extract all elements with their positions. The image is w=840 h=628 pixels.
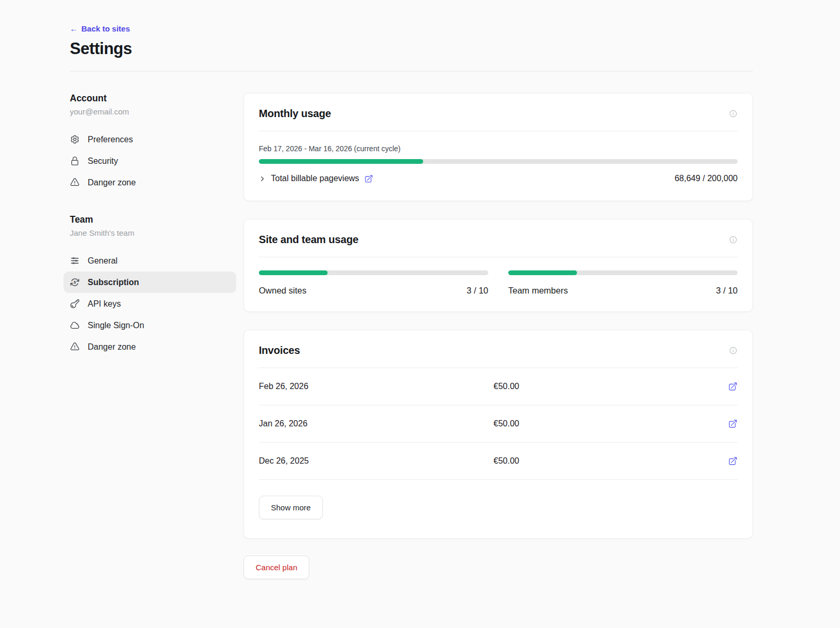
sidebar-item-danger-zone[interactable]: Danger zone bbox=[64, 336, 236, 358]
invoice-date: Dec 26, 2025 bbox=[259, 456, 494, 466]
header-divider bbox=[70, 71, 753, 71]
sidebar-item-label: Security bbox=[88, 156, 118, 166]
sidebar-item-api-keys[interactable]: API keys bbox=[64, 293, 236, 315]
settings-page: ← Back to sites Settings Account your@em… bbox=[70, 0, 753, 600]
sidebar-item-subscription[interactable]: $Subscription bbox=[64, 271, 236, 293]
meter-label: Owned sites bbox=[259, 286, 307, 296]
invoice-row: Dec 26, 2025€50.00 bbox=[259, 443, 738, 480]
back-link-label: Back to sites bbox=[81, 24, 130, 33]
invoice-external-link-icon[interactable] bbox=[728, 419, 738, 428]
site-team-usage-card: Site and team usage bbox=[244, 219, 753, 312]
warning-triangle-icon bbox=[70, 342, 80, 352]
external-link-icon[interactable] bbox=[364, 174, 373, 183]
billing-cycle-text: Feb 17, 2026 - Mar 16, 2026 (current cyc… bbox=[259, 144, 738, 153]
show-more-button[interactable]: Show more bbox=[259, 496, 323, 519]
invoice-row: Feb 26, 2026€50.00 bbox=[259, 368, 738, 405]
info-icon[interactable] bbox=[729, 109, 738, 118]
recurring-payment-icon: $ bbox=[70, 277, 80, 287]
svg-text:$: $ bbox=[74, 280, 76, 285]
metric-label: Total billable pageviews bbox=[271, 174, 359, 183]
meter-label: Team members bbox=[508, 286, 568, 296]
team-members-progress-bar bbox=[508, 270, 738, 275]
settings-sidebar: Account your@email.com PreferencesSecuri… bbox=[70, 93, 230, 600]
invoice-row: Jan 26, 2026€50.00 bbox=[259, 405, 738, 443]
invoice-external-link-icon[interactable] bbox=[728, 382, 738, 391]
team-name: Jane Smith's team bbox=[70, 228, 230, 237]
sidebar-item-label: Danger zone bbox=[88, 342, 136, 352]
invoices-card: Invoices Feb 26, 2026€50.00Jan 26, 2026€… bbox=[244, 330, 753, 539]
settings-main: Monthly usage Feb 17, 2026 - Mar 16, 202… bbox=[244, 93, 753, 600]
team-members-meter: Team members 3 / 10 bbox=[508, 270, 738, 296]
sidebar-item-label: Single Sign-On bbox=[88, 321, 144, 330]
gear-icon bbox=[70, 134, 80, 144]
sidebar-item-general[interactable]: General bbox=[64, 250, 236, 271]
sidebar-item-danger-zone[interactable]: Danger zone bbox=[64, 172, 236, 193]
invoice-amount: €50.00 bbox=[494, 419, 728, 428]
key-icon bbox=[70, 299, 80, 309]
card-title: Monthly usage bbox=[259, 108, 331, 120]
sidebar-section-team: Team Jane Smith's team General$Subscript… bbox=[70, 214, 230, 358]
invoice-external-link-icon[interactable] bbox=[728, 456, 738, 466]
card-title: Site and team usage bbox=[259, 234, 359, 246]
section-title: Team bbox=[70, 214, 230, 225]
section-title: Account bbox=[70, 93, 230, 104]
monthly-usage-card: Monthly usage Feb 17, 2026 - Mar 16, 202… bbox=[244, 93, 753, 201]
arrow-left-icon: ← bbox=[70, 24, 78, 33]
invoice-amount: €50.00 bbox=[494, 382, 728, 391]
sidebar-item-label: API keys bbox=[88, 299, 121, 309]
sidebar-item-label: Preferences bbox=[88, 135, 133, 144]
sidebar-item-label: General bbox=[88, 256, 118, 266]
account-email: your@email.com bbox=[70, 107, 230, 116]
cancel-plan-button[interactable]: Cancel plan bbox=[244, 556, 309, 579]
owned-sites-meter: Owned sites 3 / 10 bbox=[259, 270, 488, 296]
sidebar-item-label: Subscription bbox=[88, 278, 139, 287]
warning-triangle-icon bbox=[70, 177, 80, 187]
invoice-date: Jan 26, 2026 bbox=[259, 419, 494, 428]
meter-value: 3 / 10 bbox=[716, 286, 738, 296]
cloud-icon bbox=[70, 320, 80, 330]
invoice-amount: €50.00 bbox=[494, 456, 728, 466]
info-icon[interactable] bbox=[729, 235, 738, 244]
sidebar-item-label: Danger zone bbox=[88, 178, 136, 187]
usage-value: 68,649 / 200,000 bbox=[675, 174, 738, 183]
invoice-date: Feb 26, 2026 bbox=[259, 382, 494, 391]
lock-icon bbox=[70, 156, 80, 166]
billable-pageviews-toggle[interactable]: Total billable pageviews bbox=[259, 174, 359, 183]
info-icon[interactable] bbox=[729, 346, 738, 355]
chevron-right-icon bbox=[259, 175, 266, 182]
sidebar-section-account: Account your@email.com PreferencesSecuri… bbox=[70, 93, 230, 193]
monthly-usage-progress-bar bbox=[259, 159, 738, 164]
sidebar-item-single-sign-on[interactable]: Single Sign-On bbox=[64, 315, 236, 336]
sliders-icon bbox=[70, 256, 80, 266]
card-title: Invoices bbox=[259, 344, 300, 357]
sidebar-item-security[interactable]: Security bbox=[64, 150, 236, 172]
page-title: Settings bbox=[70, 39, 753, 58]
meter-value: 3 / 10 bbox=[467, 286, 488, 296]
sidebar-item-preferences[interactable]: Preferences bbox=[64, 129, 236, 150]
owned-sites-progress-bar bbox=[259, 270, 488, 275]
back-to-sites-link[interactable]: ← Back to sites bbox=[70, 24, 130, 33]
